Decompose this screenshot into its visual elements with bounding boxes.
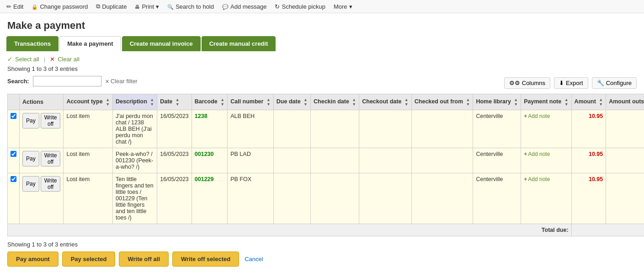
row-home-library: Centerville [473,173,521,224]
col-checkbox [8,94,20,110]
barcode-link[interactable]: 001230 [195,151,214,157]
write-off-row-button[interactable]: Write off [41,151,61,166]
row-checked-out-from [411,148,473,173]
col-account-type: Account type ▲▼ [64,94,113,110]
table-row: Pay Write off Lost item Peek-a-who? / 00… [8,148,644,173]
export-button[interactable]: ⬇ Export [554,77,588,89]
nav-add-message[interactable]: Add message [222,3,267,10]
row-account-type: Lost item [64,148,113,173]
nav-schedule-pickup[interactable]: Schedule pickup [275,3,325,10]
search-icon [167,3,174,10]
tab-transactions[interactable]: Transactions [6,36,59,51]
tab-bar: Transactions Make a payment Create manua… [0,36,644,51]
row-checkin-date [311,148,359,173]
nav-print[interactable]: Print ▾ [135,3,159,10]
row-due-date [273,148,310,173]
pay-amount-button[interactable]: Pay amount [7,252,59,267]
row-checkbox-cell [8,148,20,173]
row-checkin-date [311,173,359,224]
row-description: Ten little fingers and ten little toes /… [113,173,157,224]
col-date: Date ▲▼ [157,94,192,110]
row-checked-out-from [411,173,473,224]
write-off-row-button[interactable]: Write off [41,176,61,192]
tab-make-payment[interactable]: Make a payment [59,36,121,51]
nav-change-password[interactable]: Change password [32,3,88,10]
bottom-buttons: Pay amount Pay selected Write off all Wr… [7,252,637,267]
row-checkbox[interactable] [11,151,16,157]
search-label: Search: [7,78,29,85]
col-checked-out-from: Checked out from ▲▼ [411,94,473,110]
total-row: Total due: 32.85 [8,224,644,236]
write-off-selected-button[interactable]: Write off selected [172,252,239,267]
schedule-icon [275,3,280,10]
row-date: 16/05/2023 [157,173,192,224]
row-home-library: Centerville [473,110,521,148]
main-content: Select all | Clear all Showing 1 to 3 of… [0,51,644,271]
col-call-number: Call number ▲▼ [228,94,274,110]
clear-icon [50,56,55,63]
row-description: Peek-a-who? / 001230 (Peek-a-who? /) [113,148,157,173]
more-dropdown-arrow: ▾ [349,3,352,10]
row-checkbox[interactable] [11,113,16,119]
row-checkin-date [311,110,359,148]
row-date: 16/05/2023 [157,148,192,173]
col-checkin-date: Checkin date ▲▼ [311,94,359,110]
col-amount: Amount ▲▼ [571,94,606,110]
clear-all-link[interactable]: Clear all [58,56,80,63]
col-due-date: Due date ▲▼ [273,94,310,110]
write-off-all-button[interactable]: Write off all [119,252,169,267]
table-header-row: Actions Account type ▲▼ Description ▲▼ D… [8,94,644,110]
page-title: Make a payment [0,13,644,36]
nav-more[interactable]: More ▾ [334,3,352,10]
add-note-link[interactable]: + Add note [524,151,568,157]
row-account-type: Lost item [64,173,113,224]
row-amount-outstanding: 10.95 [606,110,644,148]
row-checkbox-cell [8,110,20,148]
pay-row-button[interactable]: Pay [22,176,39,192]
columns-button[interactable]: ⚙ Columns [504,77,550,89]
row-barcode: 001229 [192,173,227,224]
tab-create-manual-credit[interactable]: Create manual credit [202,36,276,51]
nav-edit[interactable]: Edit [6,3,23,10]
export-icon: ⬇ [559,80,564,86]
row-due-date [273,173,310,224]
tab-create-manual-invoice[interactable]: Create manual invoice [122,36,201,51]
row-barcode: 001230 [192,148,227,173]
showing-count-bottom: Showing 1 to 3 of 3 entries [7,241,637,248]
print-dropdown-arrow: ▾ [156,3,159,10]
barcode-link[interactable]: 1238 [195,113,208,119]
nav-duplicate[interactable]: Duplicate [96,3,127,10]
barcode-link[interactable]: 001229 [195,176,214,182]
add-note-link[interactable]: + Add note [524,113,568,119]
row-payment-note: + Add note [521,173,571,224]
cancel-link[interactable]: Cancel [243,252,265,266]
col-amount-outstanding: Amount outstanding ▲▼ [606,94,644,110]
nav-search-to-hold[interactable]: Search to hold [167,3,214,10]
col-actions: Actions [20,94,64,110]
row-due-date [273,110,310,148]
row-checkout-date [359,173,412,224]
row-payment-note: + Add note [521,110,571,148]
col-barcode: Barcode ▲▼ [192,94,227,110]
col-home-library: Home library ▲▼ [473,94,521,110]
col-checkout-date: Checkout date ▲▼ [359,94,412,110]
table-row: Pay Write off Lost item J'ai perdu mon c… [8,110,644,148]
row-checkbox[interactable] [11,176,16,182]
row-amount: 10.95 [571,148,606,173]
row-checkout-date [359,110,412,148]
write-off-row-button[interactable]: Write off [41,113,61,128]
configure-button[interactable]: 🔧 Configure [592,77,637,89]
pay-selected-button[interactable]: Pay selected [62,252,116,267]
select-all-link[interactable]: Select all [15,56,39,63]
total-label: Total due: [8,224,572,236]
add-note-link[interactable]: + Add note [524,176,568,182]
table-row: Pay Write off Lost item Ten little finge… [8,173,644,224]
row-checkbox-cell [8,173,20,224]
pay-row-button[interactable]: Pay [22,151,39,166]
clear-filter-link[interactable]: Clear filter [105,78,138,85]
row-actions: Pay Write off [20,148,64,173]
top-navigation: Edit Change password Duplicate Print ▾ S… [0,0,644,13]
search-input[interactable] [33,76,101,86]
pay-row-button[interactable]: Pay [22,113,39,128]
col-payment-note: Payment note ▲▼ [521,94,571,110]
